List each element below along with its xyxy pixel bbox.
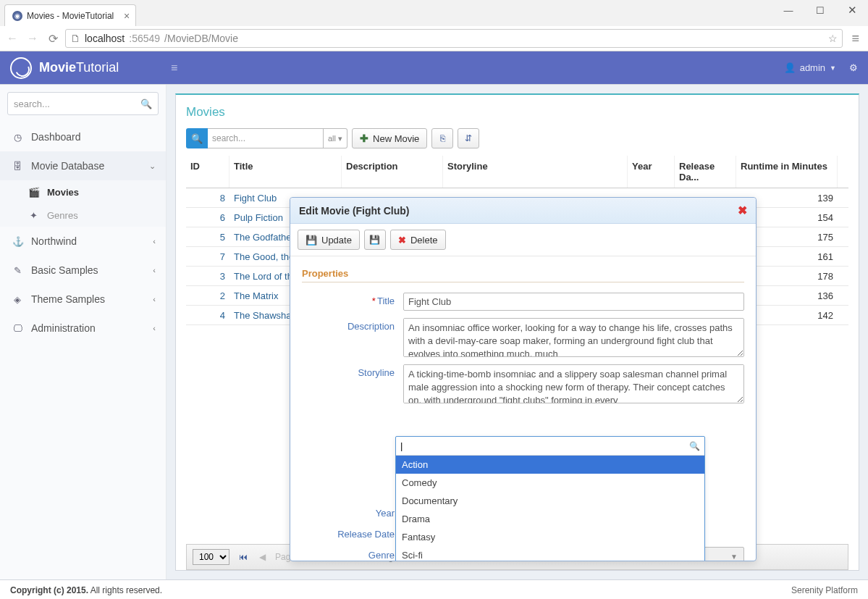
settings-icon[interactable]: ⚙ [849, 62, 858, 73]
dialog-close-button[interactable]: ✖ [738, 204, 747, 217]
page-size-select[interactable]: 100 [193, 549, 229, 565]
dropdown-option[interactable]: Fantasy [396, 528, 704, 546]
sidebar-item-administration[interactable]: 🖵 Administration ‹ [0, 314, 166, 343]
caret-down-icon: ▼ [830, 64, 836, 72]
dropdown-search-input[interactable] [400, 440, 689, 451]
first-page-button[interactable]: ⏮ [237, 552, 250, 562]
sidebar: search... 🔍 ◷ Dashboard 🗄 Movie Database… [0, 85, 167, 579]
release-date-label: Release Date [302, 526, 403, 540]
save-icon: 💾 [369, 235, 380, 245]
genre-label: Genre [302, 547, 403, 561]
user-menu: 👤 admin ▼ ⚙ [784, 62, 858, 73]
col-id[interactable]: ID [186, 156, 229, 188]
field-description: Description An insomniac office worker, … [302, 318, 744, 357]
anchor-icon: ⚓ [12, 236, 22, 247]
chevron-left-icon: ‹ [153, 324, 156, 332]
url-bar[interactable]: 🗋 localhost:56549/MovieDB/Movie ☆ [65, 29, 843, 48]
prev-page-button[interactable]: ◀ [257, 552, 268, 562]
sidebar-item-movies[interactable]: 🎬 Movies [0, 180, 166, 204]
nav-arrows: ← → ⟳ [6, 32, 59, 46]
genre-dropdown: 🔍 ActionComedyDocumentaryDramaFantasySci… [395, 436, 705, 561]
close-tab-icon[interactable]: × [124, 10, 130, 22]
search-input[interactable]: search... [208, 128, 324, 148]
window-controls: — ☐ ✕ [772, 0, 868, 20]
col-runtime[interactable]: Runtime in Minutes [736, 156, 838, 188]
search-button[interactable]: 🔍 [186, 128, 208, 148]
url-host: localhost [85, 33, 125, 44]
search-icon: 🔍 [689, 441, 700, 451]
grid-header: ID Title Description Storyline Year Rele… [186, 156, 848, 188]
col-description[interactable]: Description [342, 156, 443, 188]
col-title[interactable]: Title [229, 156, 342, 188]
search-icon: 🔍 [140, 99, 152, 109]
tab-title: Movies - MovieTutorial [27, 11, 114, 21]
sidebar-item-genres[interactable]: ✦ Genres [0, 204, 166, 227]
browser-tabs: ◉ Movies - MovieTutorial × — ☐ ✕ [0, 0, 868, 26]
dropdown-option[interactable]: Comedy [396, 474, 704, 492]
chevron-left-icon: ‹ [153, 237, 156, 246]
update-button[interactable]: 💾 Update [298, 230, 360, 250]
monitor-icon: 🖵 [12, 323, 22, 334]
title-input[interactable] [403, 293, 744, 311]
sidebar-submenu: 🎬 Movies ✦ Genres [0, 180, 166, 227]
app-logo[interactable]: MovieTutorial [10, 57, 167, 79]
description-textarea[interactable]: An insomniac office worker, looking for … [403, 318, 744, 357]
back-button[interactable]: ← [6, 32, 19, 46]
movies-icon: 🎬 [28, 187, 38, 198]
col-release[interactable]: Release Da... [675, 156, 736, 188]
refresh-icon: ⇵ [465, 133, 472, 143]
quick-filter-select[interactable]: all▾ [324, 128, 347, 148]
bookmark-icon[interactable]: ☆ [828, 33, 838, 44]
save-icon: 💾 [306, 235, 317, 246]
sidebar-search: search... 🔍 [0, 85, 166, 122]
caret-down-icon: ▼ [730, 553, 738, 561]
search-icon: 🔍 [191, 133, 203, 144]
sidebar-item-northwind[interactable]: ⚓ Northwind ‹ [0, 227, 166, 256]
browser-menu-icon[interactable]: ≡ [848, 31, 862, 46]
dialog-toolbar: 💾 Update 💾 ✖ Delete [290, 224, 756, 256]
sidebar-item-movie-database[interactable]: 🗄 Movie Database ⌄ [0, 151, 166, 180]
dropdown-option[interactable]: Action [396, 456, 704, 474]
dropdown-option[interactable]: Documentary [396, 492, 704, 510]
dropdown-option[interactable]: Drama [396, 510, 704, 528]
sidebar-search-input[interactable]: search... 🔍 [7, 92, 159, 115]
dialog-title-bar[interactable]: Edit Movie (Fight Club) ✖ [290, 198, 756, 224]
storyline-textarea[interactable]: A ticking-time-bomb insomniac and a slip… [403, 364, 744, 403]
apply-button[interactable]: 💾 [364, 230, 386, 250]
user-dropdown[interactable]: 👤 admin ▼ [784, 62, 836, 73]
refresh-button[interactable]: ⇵ [458, 128, 479, 148]
browser-tab[interactable]: ◉ Movies - MovieTutorial × [4, 4, 136, 26]
column-picker-button[interactable]: ⎘ [431, 128, 453, 148]
edit-movie-dialog: Edit Movie (Fight Club) ✖ 💾 Update 💾 ✖ D… [290, 197, 757, 561]
col-year[interactable]: Year [628, 156, 675, 188]
delete-button[interactable]: ✖ Delete [390, 230, 446, 250]
properties-section: Properties [302, 264, 744, 282]
caret-down-icon: ▾ [338, 134, 342, 143]
delete-icon: ✖ [398, 235, 406, 246]
favicon-icon: ◉ [12, 11, 22, 21]
col-storyline[interactable]: Storyline [443, 156, 628, 188]
page-info-icon[interactable]: 🗋 [70, 33, 80, 44]
description-label: Description [302, 318, 403, 332]
sidebar-item-theme-samples[interactable]: ◈ Theme Samples ‹ [0, 285, 166, 314]
forward-button[interactable]: → [26, 32, 39, 46]
app-header: MovieTutorial ≡ 👤 admin ▼ ⚙ [0, 51, 868, 84]
sidebar-item-basic-samples[interactable]: ✎ Basic Samples ‹ [0, 256, 166, 285]
browser-chrome: ◉ Movies - MovieTutorial × — ☐ ✕ ← → ⟳ 🗋… [0, 0, 868, 51]
close-window-button[interactable]: ✕ [836, 0, 868, 20]
grid-toolbar: 🔍 search... all▾ ✚ New Movie ⎘ ⇵ [186, 128, 848, 148]
dropdown-option[interactable]: Sci-fi [396, 546, 704, 561]
chevron-left-icon: ‹ [153, 266, 156, 275]
dialog-title: Edit Movie (Fight Club) [299, 205, 409, 217]
page-title: Movies [186, 105, 848, 120]
database-icon: 🗄 [12, 161, 22, 172]
reload-button[interactable]: ⟳ [46, 32, 59, 46]
field-title: *Title [302, 293, 744, 311]
platform-link[interactable]: Serenity Platform [791, 585, 858, 595]
new-movie-button[interactable]: ✚ New Movie [352, 128, 427, 148]
minimize-button[interactable]: — [772, 0, 804, 20]
maximize-button[interactable]: ☐ [804, 0, 836, 20]
browser-toolbar: ← → ⟳ 🗋 localhost:56549/MovieDB/Movie ☆ … [0, 26, 868, 51]
sidebar-toggle-icon[interactable]: ≡ [167, 62, 182, 75]
sidebar-item-dashboard[interactable]: ◷ Dashboard [0, 122, 166, 151]
